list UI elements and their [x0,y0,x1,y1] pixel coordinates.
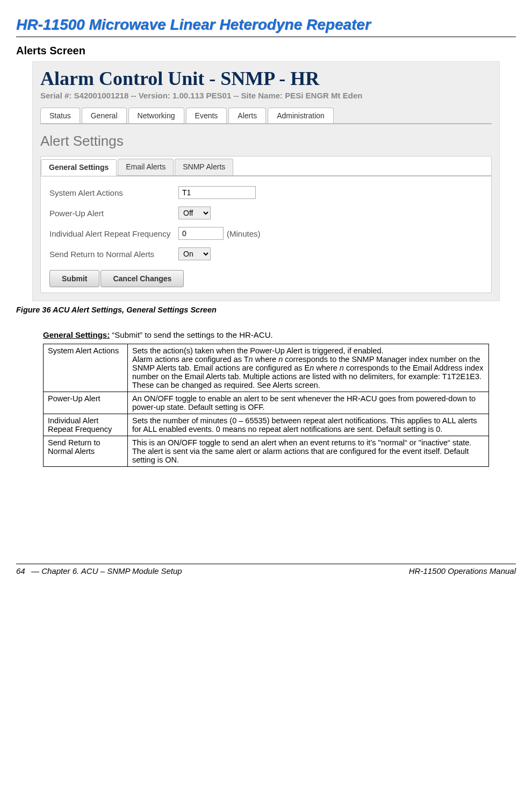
setting-description: An ON/OFF toggle to enable an alert to b… [128,392,489,414]
select-power-up-alert[interactable]: Off [178,207,211,219]
top-nav: StatusGeneralNetworkingEventsAlertsAdmin… [40,108,492,124]
page-footer: 64 — Chapter 6. ACU – SNMP Module Setup … [16,564,516,575]
suffix-minutes: (Minutes) [227,229,261,238]
title-underline [16,37,516,37]
tab-events[interactable]: Events [186,108,227,123]
tab-general[interactable]: General [82,108,127,123]
acu-title: Alarm Control Unit - SNMP - HR [40,67,492,90]
setting-name: System Alert Actions [44,344,128,392]
table-row: Send Return to Normal AlertsThis is an O… [44,436,489,467]
label-repeat-frequency: Individual Alert Repeat Frequency [49,229,178,238]
tab-status[interactable]: Status [40,108,80,123]
settings-intro: General Settings: “Submit” to send the s… [43,330,516,339]
page-number: 64 [16,566,31,575]
settings-intro-label: General Settings: [43,330,110,339]
cancel-button[interactable]: Cancel Changes [100,270,184,287]
acu-meta: Serial #: S42001001218 -- Version: 1.00.… [40,91,492,100]
setting-description: Sets the number of minutes (0 – 65535) b… [128,414,489,436]
setting-name: Send Return to Normal Alerts [44,436,128,467]
setting-description: This is an ON/OFF toggle to send an aler… [128,436,489,467]
footer-chapter: — Chapter 6. ACU – SNMP Module Setup [31,566,409,575]
alert-settings-screenshot: Alarm Control Unit - SNMP - HR Serial #:… [32,61,500,301]
setting-description: Sets the action(s) taken when the Power-… [128,344,489,392]
input-system-alert-actions[interactable] [178,186,256,199]
document-title: HR-11500 Microwave Linear Heterodyne Rep… [16,16,516,33]
input-repeat-frequency[interactable] [178,227,224,240]
footer-manual: HR-11500 Operations Manual [409,566,516,575]
tab-alerts[interactable]: Alerts [228,108,266,123]
setting-name: Individual Alert Repeat Frequency [44,414,128,436]
sub-tab-email-alerts[interactable]: Email Alerts [118,159,174,175]
table-row: System Alert ActionsSets the action(s) t… [44,344,489,392]
footer-line [16,564,516,564]
table-row: Individual Alert Repeat FrequencySets th… [44,414,489,436]
label-return-normal: Send Return to Normal Alerts [49,250,178,259]
settings-panel: General SettingsEmail AlertsSNMP Alerts … [40,156,492,293]
row-system-alert-actions: System Alert Actions [49,186,483,199]
alert-settings-heading: Alert Settings [40,133,492,150]
submit-button[interactable]: Submit [49,270,99,287]
tab-administration[interactable]: Administration [268,108,334,123]
tab-networking[interactable]: Networking [128,108,184,123]
form-area: System Alert Actions Power-Up Alert Off … [41,176,491,270]
section-heading: Alerts Screen [16,45,516,57]
table-row: Power-Up AlertAn ON/OFF toggle to enable… [44,392,489,414]
sub-tab-snmp-alerts[interactable]: SNMP Alerts [175,159,233,175]
label-power-up-alert: Power-Up Alert [49,209,178,218]
figure-caption: Figure 36 ACU Alert Settings, General Se… [16,305,516,314]
row-return-normal: Send Return to Normal Alerts On [49,247,483,260]
settings-description-body: System Alert ActionsSets the action(s) t… [44,344,489,467]
button-row: Submit Cancel Changes [41,270,491,287]
label-system-alert-actions: System Alert Actions [49,188,178,197]
settings-intro-text: “Submit” to send the settings to the HR-… [110,330,272,339]
setting-name: Power-Up Alert [44,392,128,414]
settings-description-table: System Alert ActionsSets the action(s) t… [43,344,489,467]
row-power-up-alert: Power-Up Alert Off [49,207,483,219]
sub-nav: General SettingsEmail AlertsSNMP Alerts [41,157,491,176]
row-repeat-frequency: Individual Alert Repeat Frequency (Minut… [49,227,483,240]
sub-tab-general-settings[interactable]: General Settings [41,159,117,176]
select-return-normal[interactable]: On [178,247,211,260]
